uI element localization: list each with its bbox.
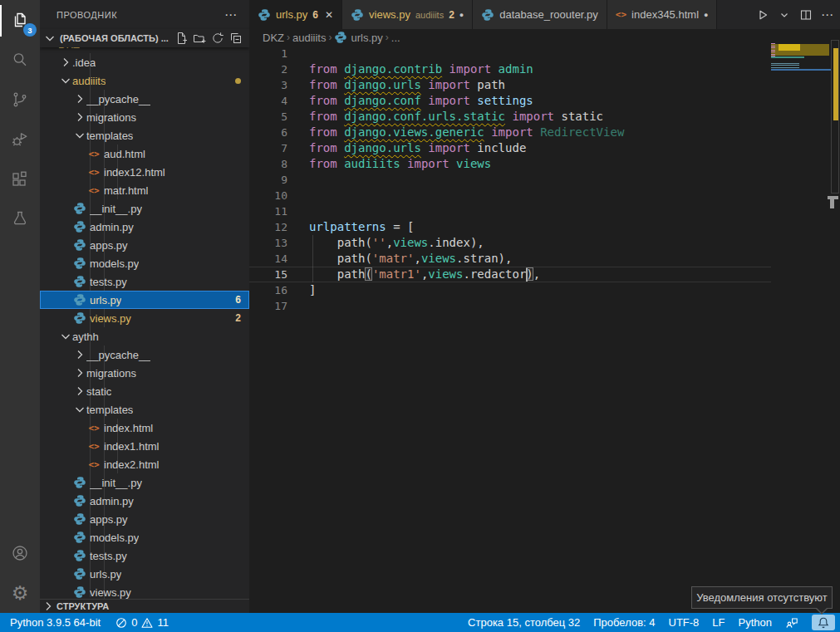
new-folder-icon[interactable]	[191, 30, 208, 47]
tree-item-label: migrations	[86, 111, 136, 124]
line-number: 16	[249, 282, 287, 298]
tree-item-index2.html[interactable]: <>index2.html	[40, 455, 249, 473]
tree-item-urls.py[interactable]: urls.py	[40, 565, 249, 583]
tree-item-__init__.py[interactable]: __init__.py	[40, 199, 249, 218]
tree-item-__pycache__[interactable]: __pycache__	[40, 90, 249, 108]
activity-settings-icon[interactable]: ⚙	[0, 573, 40, 613]
tree-item-.idea[interactable]: .idea	[40, 53, 249, 71]
tree-item-apps.py[interactable]: apps.py	[40, 510, 249, 528]
tree-item-tests.py[interactable]: tests.py	[40, 546, 249, 565]
tree-item-index1.html[interactable]: <>index1.html	[40, 437, 249, 455]
status-bar: Python 3.9.5 64-bit011 Строка 15, столбе…	[0, 613, 840, 632]
new-file-icon[interactable]	[173, 30, 189, 47]
tree-item-models.py[interactable]: models.py	[40, 254, 249, 272]
tree-item-DKZ[interactable]: DKZ	[40, 47, 249, 53]
split-editor-icon[interactable]	[797, 6, 815, 24]
tree-item-index12.html[interactable]: <>index12.html	[40, 163, 249, 181]
breadcrumb-separator: ›	[287, 32, 290, 43]
tree-item-label: templates	[86, 130, 133, 142]
workspace-section-header[interactable]: (РАБОЧАЯ ОБЛАСТЬ) ...	[40, 29, 249, 47]
sidebar-more-actions-icon[interactable]: ⋯	[224, 7, 238, 22]
tree-item-models.py[interactable]: models.py	[40, 528, 249, 546]
run-dropdown-icon[interactable]	[775, 6, 793, 24]
status-feedback[interactable]	[785, 613, 798, 632]
code-line[interactable]: from django.contrib import admin	[309, 61, 533, 77]
minimap[interactable]	[771, 42, 831, 105]
tree-item-migrations[interactable]: migrations	[40, 108, 249, 126]
line-number: 13	[249, 235, 287, 251]
activity-source-control-icon[interactable]	[0, 80, 40, 120]
status-language-mode[interactable]: Python	[739, 613, 772, 632]
overview-warning-marker	[833, 48, 838, 120]
status-eol[interactable]: LF	[712, 613, 725, 632]
chevron-down-icon	[59, 330, 72, 343]
activity-extensions-icon[interactable]	[0, 159, 40, 199]
collapse-all-icon[interactable]	[228, 30, 244, 47]
python-file-icon	[73, 585, 86, 599]
activity-testing-icon[interactable]	[0, 199, 40, 239]
status-indentation[interactable]: Пробелов: 4	[593, 613, 655, 632]
status-encoding[interactable]: UTF-8	[669, 613, 700, 632]
tree-item-aud.html[interactable]: <>aud.html	[40, 145, 249, 163]
tree-item-templates[interactable]: templates	[40, 126, 249, 145]
tree-item-label: models.py	[90, 257, 139, 270]
code-line[interactable]: from django.urls import include	[309, 140, 526, 156]
activity-run-and-debug-icon[interactable]	[0, 120, 40, 159]
tree-item-tests.py[interactable]: tests.py	[40, 272, 249, 291]
dirty-dot-icon[interactable]: ●	[459, 11, 464, 19]
tree-item-index.html[interactable]: <>index.html	[40, 419, 249, 437]
tree-item-aythh[interactable]: aythh	[40, 327, 249, 345]
tree-item-__pycache__[interactable]: __pycache__	[40, 345, 249, 364]
tree-item-views.py[interactable]: views.py2	[40, 309, 249, 327]
tab-index345.html[interactable]: <>index345.html●	[607, 0, 718, 29]
activity-accounts-icon[interactable]	[0, 533, 40, 573]
breadcrumb-item-audiiits[interactable]: audiiits	[292, 32, 326, 44]
status-python-interpreter[interactable]: Python 3.9.5 64-bit	[10, 613, 101, 632]
tree-item-templates[interactable]: templates	[40, 400, 249, 419]
code-line[interactable]: path('matr1',views.redactor),	[309, 267, 540, 282]
tree-item-__init__.py[interactable]: __init__.py	[40, 473, 249, 492]
code-line[interactable]: from django.conf.urls.static import stat…	[309, 109, 603, 125]
tab-description: audiiits	[415, 10, 444, 20]
html-file-icon: <>	[616, 9, 626, 20]
refresh-icon[interactable]	[209, 30, 226, 47]
tree-item-static[interactable]: static	[40, 382, 249, 400]
tab-views.py[interactable]: views.pyaudiiits2●	[342, 0, 473, 29]
breadcrumb-item-...[interactable]: ...	[391, 32, 400, 44]
code-line[interactable]: path('matr',views.stran),	[309, 251, 512, 267]
activity-search-icon[interactable]	[0, 40, 40, 80]
code-line[interactable]: from django.views.generic import Redirec…	[309, 125, 624, 140]
outline-section-header[interactable]: СТРУКТУРА	[40, 599, 249, 613]
outline-label: СТРУКТУРА	[56, 601, 109, 611]
code-editor[interactable]: 12from django.contrib import admin3from …	[249, 46, 840, 613]
activity-explorer-icon[interactable]: 3	[0, 0, 40, 40]
tree-item-matr.html[interactable]: <>matr.html	[40, 181, 249, 199]
status-problems[interactable]: 011	[115, 613, 169, 632]
tree-item-apps.py[interactable]: apps.py	[40, 236, 249, 254]
code-line[interactable]: urlpatterns = [	[309, 219, 414, 235]
tree-item-migrations[interactable]: migrations	[40, 364, 249, 382]
code-line[interactable]: ]	[309, 282, 316, 298]
close-tab-icon[interactable]: ✕	[325, 9, 333, 21]
chevron-right-icon	[73, 366, 86, 380]
scrollbar-thumb[interactable]	[830, 199, 834, 208]
code-line[interactable]: path('',views.index),	[309, 235, 484, 251]
tab-urls.py[interactable]: urls.py6✕	[249, 0, 342, 29]
chevron-right-icon	[40, 598, 56, 613]
tree-item-urls.py[interactable]: urls.py6	[40, 291, 249, 309]
explorer-badge: 3	[23, 23, 37, 37]
tree-item-admin.py[interactable]: admin.py	[40, 492, 249, 510]
more-actions-icon[interactable]: ⋯	[818, 6, 837, 24]
tab-database_roouter.py[interactable]: database_roouter.py	[473, 0, 607, 29]
code-line[interactable]: from django.conf import settings	[309, 93, 533, 109]
run-button[interactable]	[754, 6, 772, 24]
code-line[interactable]: from django.urls import path	[309, 77, 505, 93]
code-line[interactable]: from audiiits import views	[309, 156, 491, 172]
breadcrumb-item-urls.py[interactable]: urls.py	[334, 31, 382, 44]
tree-item-admin.py[interactable]: admin.py	[40, 218, 249, 236]
tree-item-label: audiiits	[72, 75, 106, 87]
breadcrumb-item-DKZ[interactable]: DKZ	[263, 32, 284, 44]
status-cursor-position[interactable]: Строка 15, столбец 32	[468, 613, 580, 632]
tree-item-audiiits[interactable]: audiiits	[40, 71, 249, 90]
dirty-dot-icon[interactable]: ●	[704, 11, 708, 19]
